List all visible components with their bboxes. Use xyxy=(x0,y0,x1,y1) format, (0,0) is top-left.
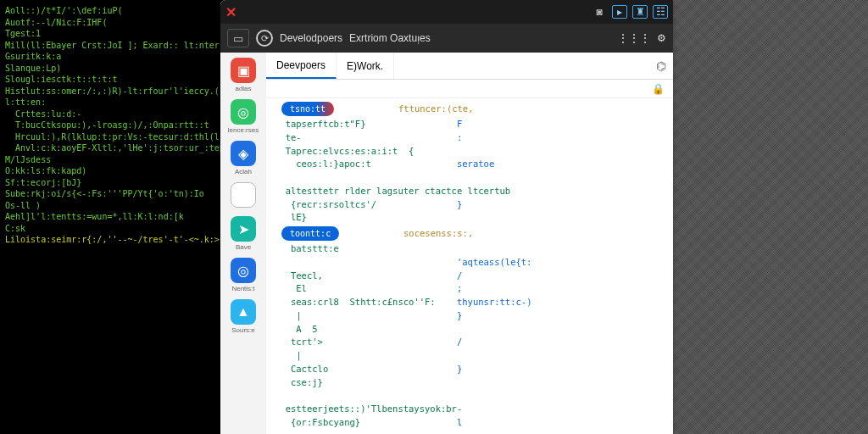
terminal-line: Slanque:Lp) xyxy=(5,63,215,75)
terminal-line: Tgest:1 xyxy=(5,28,215,40)
tab-developers[interactable]: Deevpoers xyxy=(266,53,337,79)
code-line xyxy=(266,171,673,185)
sidebar-label: lence:rses xyxy=(228,126,259,134)
code-line: Taprec:elvcs:es:a:i:t { xyxy=(266,145,673,159)
code-line: cse:j} xyxy=(266,376,673,390)
terminal-line: T:bucCtksopu:),-lroasg:)/,:Onpa:rtt::t xyxy=(5,120,215,131)
terminal-line: Sf:t:ecorj:[bJ} xyxy=(5,177,215,189)
code-line: A 5 xyxy=(266,323,673,337)
sidebar-item[interactable]: ▣adlas xyxy=(231,58,256,92)
terminal-line: Gsuritk:k:a xyxy=(5,51,215,63)
window-icon[interactable]: ☷ xyxy=(653,5,668,19)
terminal-line: Mill(ll:Ebayer Crst:JoI ]; Exard:: lt:nt… xyxy=(5,40,215,52)
code-line: seas:crl8 Sthtt:c£nsco''F: thyunsr:tt:c-… xyxy=(266,296,673,309)
sidebar-icon xyxy=(231,182,256,208)
sidebar-item[interactable]: ▲Sours:e xyxy=(231,299,256,334)
code-line: batsttt:e xyxy=(266,242,673,256)
terminal-line: Aehl]l'l:tentts:=wun=*,ll:K:l:nd:[k xyxy=(5,211,215,223)
terminal-line: Hrcuul:),R(lklup:t:pr:Vs:-tecsur:d:thl(l… xyxy=(5,131,215,143)
sidebar-icon: ➤ xyxy=(231,216,256,242)
toolbar-title-b: Exrtriom Oaxtuᴉes xyxy=(349,32,431,44)
terminal-line: Slougl:iesctk:t::t:t:t xyxy=(5,74,215,86)
terminal-line: Anvl:c:k:aoyEF-Xltl:,'lHe':j:tsor:ur_:te… xyxy=(5,142,215,154)
lock-icon[interactable]: 🔒 xyxy=(652,83,665,95)
code-line: tapserftcb:t"F} F xyxy=(266,118,673,131)
sidebar-item[interactable]: ➤Bave xyxy=(231,216,256,251)
code-line: tcrt'> / xyxy=(266,336,673,349)
subtab-bar: Deevpoers E)Work. ⌬ xyxy=(266,53,673,80)
lock-row: 🔒 xyxy=(266,80,673,98)
sidebar-icon: ◎ xyxy=(231,258,256,283)
code-section-pill[interactable]: tsno:tt xyxy=(281,102,334,116)
main-panel: Deevpoers E)Work. ⌬ 🔒 tsno:tt fttuncer:(… xyxy=(266,53,673,434)
sidebar-label: Bave xyxy=(236,243,251,251)
code-line: estteerjeets::)'Tlbenstaysyok:br- xyxy=(266,403,673,416)
terminal-line: O:kk:ls:fk:kapd) xyxy=(5,165,215,177)
sidebar-label: Aclah xyxy=(235,168,252,175)
terminal-line: C:sk xyxy=(5,223,215,235)
sidebar-item[interactable]: ◈Aclah xyxy=(231,141,256,175)
sidebar-item[interactable]: ◎lence:rses xyxy=(228,99,259,134)
terminal-line: Aoll::)/t*I/':\def:iuP( xyxy=(5,5,215,17)
close-icon[interactable]: ✕ xyxy=(225,4,236,20)
terminal-line: Os-ll ) xyxy=(5,200,215,212)
terminal-line: Histlut:ss:omer:/:,:)R)-lt:rfour'l'ieccy… xyxy=(5,86,215,97)
sidebar: ▣adlas◎lence:rses◈Aclah➤Bave◎Nentis:t▲So… xyxy=(220,53,266,434)
tab-work[interactable]: E)Work. xyxy=(337,53,394,79)
terminal-line: Auotf:--l/Nic:F:IHF( xyxy=(5,17,215,29)
window-tabbar: ✕ ◙ ▸ ♜ ☷ xyxy=(220,0,673,24)
code-line: Cactclo } xyxy=(266,363,673,376)
code-line: ceos:l:}apoc:t seratoe xyxy=(266,158,673,171)
settings-icon[interactable]: ⚙ xyxy=(657,32,666,44)
bug-icon[interactable]: ⌬ xyxy=(649,59,673,73)
terminal-line: Sube:rkj:oi/s{<-:Fs:'''PP/Yt{'o:'tn):Io xyxy=(5,188,215,200)
sidebar-item[interactable]: ◎Nentis:t xyxy=(231,258,256,292)
toolbar-title-a: Develodpoers xyxy=(280,32,342,44)
castle-icon[interactable]: ♜ xyxy=(632,5,648,19)
code-line: 'aqteass(le{t: xyxy=(266,256,673,270)
code-line xyxy=(266,389,673,403)
terminal-line: M/lJsdess xyxy=(5,154,215,166)
sidebar-label: adlas xyxy=(235,85,251,92)
camera-icon[interactable]: ◙ xyxy=(592,5,607,19)
code-line: Teecl, / xyxy=(266,270,673,283)
sidebar-icon: ▲ xyxy=(231,299,256,325)
sidebar-label: Sours:e xyxy=(231,326,255,334)
terminal-line: l:tt:en: xyxy=(5,97,215,108)
terminal-pane[interactable]: Aoll::)/t*I/':\def:iuP(Auotf:--l/Nic:F:I… xyxy=(0,0,220,434)
panel-toggle-button[interactable]: ▭ xyxy=(227,29,249,47)
sidebar-icon: ◈ xyxy=(231,141,256,166)
code-line: te- : xyxy=(266,131,673,145)
developer-window: ✕ ◙ ▸ ♜ ☷ ▭ ⟳ Develodpoers Exrtriom Oaxt… xyxy=(220,0,673,434)
terminal-line: Liloista:seimr:r{:/,''--~-/tres'-t'-<~.k… xyxy=(5,234,215,246)
sidebar-label: Nentis:t xyxy=(231,285,254,292)
desktop-background xyxy=(673,0,868,434)
code-line: | } xyxy=(266,309,673,323)
code-viewer[interactable]: tsno:tt fttuncer:(cte, tapserftcb:t"F} F… xyxy=(266,98,673,434)
code-line: lE} xyxy=(266,211,673,225)
apps-grid-icon[interactable]: ⋮⋮⋮ xyxy=(617,31,650,45)
toolbar: ▭ ⟳ Develodpoers Exrtriom Oaxtuᴉes ⋮⋮⋮ ⚙ xyxy=(220,24,673,53)
code-line: | xyxy=(266,349,673,363)
sidebar-icon: ▣ xyxy=(231,58,256,83)
reload-icon[interactable]: ⟳ xyxy=(256,30,273,47)
pointer-icon[interactable]: ▸ xyxy=(612,5,627,19)
code-line: {or:Fsbcyang} l xyxy=(266,416,673,430)
sidebar-icon: ◎ xyxy=(231,99,256,125)
terminal-line: Crttes:lu:d:- xyxy=(5,108,215,120)
code-line: {recr:srsoltcs'/ } xyxy=(266,198,673,212)
code-line: El ; xyxy=(266,282,673,296)
code-line: altesttetr rlder lagsuter ctactce ltcert… xyxy=(266,185,673,198)
sidebar-item[interactable] xyxy=(231,182,256,209)
code-section-pill[interactable]: toontt:c xyxy=(281,226,339,241)
